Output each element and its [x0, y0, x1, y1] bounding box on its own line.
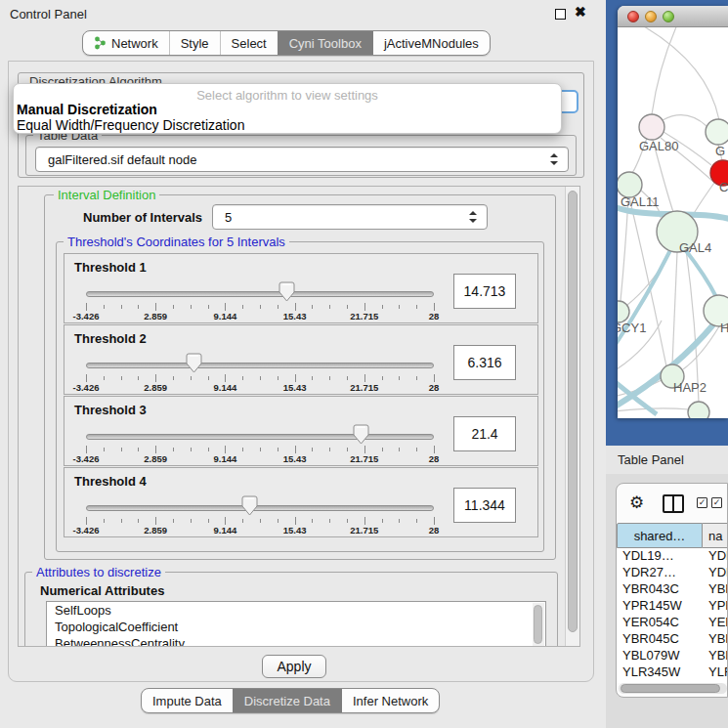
cell-shared-name: YBR045C — [617, 631, 703, 648]
threshold-label: Threshold 1 — [74, 260, 147, 275]
slider-tick — [191, 448, 192, 451]
network-node-g[interactable] — [706, 119, 728, 145]
slider-tick — [329, 305, 330, 309]
slider-tick-label: 28 — [429, 525, 440, 535]
slider-thumb[interactable] — [353, 424, 369, 445]
slider-tick — [138, 519, 139, 523]
slider-thumb[interactable] — [241, 495, 258, 516]
apply-button[interactable]: Apply — [262, 655, 326, 678]
attribute-list-item[interactable]: TopologicalCoefficient — [47, 619, 545, 635]
slider-tick — [416, 305, 417, 309]
slider-tick — [260, 305, 261, 309]
slider-track[interactable] — [86, 505, 434, 511]
slider-tick — [364, 303, 365, 311]
table-row[interactable]: YDR27…YDR27 — [617, 565, 728, 581]
network-node-label: GCY1 — [618, 321, 646, 335]
table-row[interactable]: YBR045CYBR04 — [617, 631, 728, 648]
cell-name: YER05 — [703, 615, 728, 631]
attribute-list-item[interactable]: BetweennessCentrality — [47, 635, 545, 647]
attribute-list-item[interactable]: SelfLoops — [47, 602, 545, 619]
tab-network[interactable]: Network — [83, 31, 169, 55]
network-node-gal80[interactable] — [639, 114, 664, 140]
slider-tick — [138, 376, 139, 380]
tab-infer-network[interactable]: Infer Network — [341, 689, 439, 712]
table-row[interactable]: YDL19…YDL19 — [617, 548, 728, 565]
column-header-name[interactable]: na — [703, 523, 728, 548]
threshold-row-4: Threshold 4-3.4262.8599.14415.4321.71528… — [64, 467, 538, 537]
dropdown-option-manual-discretization[interactable]: Manual Discretization — [17, 102, 157, 117]
numerical-attributes-list[interactable]: SelfLoopsTopologicalCoefficientBetweenne… — [46, 601, 546, 647]
number-of-intervals-combobox[interactable]: 5 — [212, 204, 488, 230]
table-row[interactable]: YBR043CYBR04 — [617, 581, 728, 598]
table-row[interactable]: YBL079WYBL07 — [617, 648, 728, 664]
checkbox-icon[interactable]: ✓ — [697, 497, 707, 508]
table-row[interactable]: YER054CYER05 — [617, 615, 728, 631]
slider-tick-label: 21.715 — [350, 311, 378, 321]
slider-tick — [173, 519, 174, 523]
threshold-value-field[interactable]: 6.316 — [453, 345, 516, 380]
tab-select[interactable]: Select — [220, 31, 278, 55]
slider-track[interactable] — [86, 363, 434, 368]
panel-title: Control Panel — [10, 7, 87, 21]
slider-tick — [278, 448, 278, 451]
attributes-scrollbar[interactable] — [533, 603, 544, 647]
cell-name: YBR04 — [703, 581, 728, 598]
threshold-value-field[interactable]: 14.713 — [453, 274, 516, 309]
slider-track[interactable] — [86, 434, 434, 440]
network-node[interactable] — [688, 402, 709, 418]
table-row[interactable]: YLR345WYLR34 — [617, 664, 728, 681]
table-horizontal-scrollbar[interactable] — [619, 683, 727, 694]
float-panel-icon[interactable] — [555, 9, 566, 20]
threshold-value-field[interactable]: 21.4 — [453, 416, 516, 451]
combo-stepper-icon[interactable] — [550, 153, 558, 165]
network-window-titlebar[interactable] — [618, 6, 728, 27]
dropdown-option-equal-width-frequency[interactable]: Equal Width/Frequency Discretization — [17, 117, 244, 133]
gear-icon[interactable]: ⚙ — [629, 492, 644, 513]
slider-tick — [155, 374, 156, 382]
settings-vertical-scrollbar[interactable] — [565, 187, 579, 646]
cell-name: YBL07 — [703, 648, 728, 664]
tab-jactivemnodules[interactable]: jActiveMNodules — [372, 31, 490, 55]
checkbox-icon[interactable]: ✓ — [711, 497, 722, 508]
network-node-label: C — [719, 180, 728, 194]
table-row[interactable]: YPR145WYPR14 — [617, 598, 728, 615]
slider-tick — [312, 376, 313, 380]
slider-tick — [399, 376, 400, 380]
slider-tick — [434, 374, 435, 382]
split-columns-icon[interactable] — [663, 494, 684, 513]
window-minimize-icon[interactable] — [645, 11, 657, 22]
network-canvas[interactable]: GAL80GCGAL11GAL4GCY1HHAP2 — [618, 27, 728, 418]
slider-tick — [191, 519, 192, 523]
tab-discretize-data[interactable]: Discretize Data — [233, 689, 341, 712]
tab-style[interactable]: Style — [169, 31, 220, 55]
slider-tick — [416, 448, 417, 451]
close-panel-icon[interactable]: ✖ — [575, 4, 586, 20]
window-close-icon[interactable] — [627, 11, 639, 22]
network-node-label: GAL4 — [679, 240, 711, 255]
slider-tick — [399, 448, 400, 451]
window-zoom-icon[interactable] — [663, 11, 674, 22]
threshold-row-1: Threshold 1-3.4262.8599.14415.4321.71528… — [64, 253, 538, 323]
tab-cyni-toolbox[interactable]: Cyni Toolbox — [278, 31, 372, 55]
tab-label: Cyni Toolbox — [289, 36, 362, 51]
slider-tick — [225, 374, 226, 382]
tab-impute-data[interactable]: Impute Data — [142, 689, 233, 712]
slider-tick — [364, 517, 365, 525]
slider-thumb[interactable] — [278, 281, 295, 302]
slider-tick — [329, 448, 330, 451]
bottom-tabbar: Impute DataDiscretize DataInfer Network — [141, 688, 440, 713]
slider-tick-label: 15.43 — [283, 453, 307, 464]
threshold-label: Threshold 3 — [74, 403, 147, 417]
slider-thumb[interactable] — [186, 353, 202, 373]
threshold-value-field[interactable]: 11.344 — [453, 488, 516, 523]
tab-label: jActiveMNodules — [384, 36, 479, 51]
combo-stepper-icon[interactable] — [469, 211, 477, 223]
slider-tick-label: 28 — [429, 382, 440, 393]
table-data-combobox[interactable]: galFiltered.sif default node — [35, 147, 569, 172]
slider-track[interactable] — [86, 291, 434, 297]
attributes-group-title: Attributes to discretize — [32, 565, 165, 579]
slider-tick — [278, 519, 278, 523]
numerical-attributes-label: Numerical Attributes — [40, 583, 164, 598]
column-header-shared-name[interactable]: shared… — [617, 523, 703, 548]
slider-tick — [416, 376, 417, 380]
